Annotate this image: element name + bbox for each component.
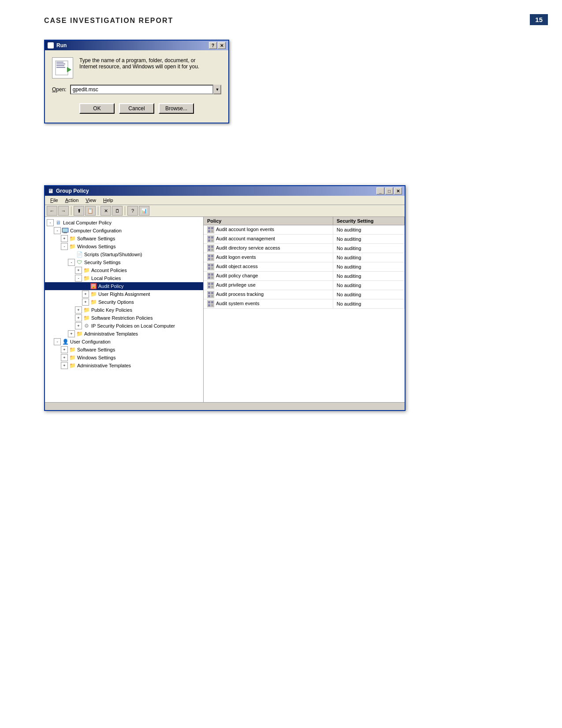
svg-rect-1 xyxy=(56,62,63,63)
expander-security-settings[interactable]: - xyxy=(68,259,75,266)
toolbar-help-button[interactable]: ? xyxy=(127,206,138,216)
svg-rect-45 xyxy=(208,286,210,288)
run-description: Type the name of a program, folder, docu… xyxy=(79,57,199,70)
gp-maximize-button[interactable]: □ xyxy=(385,187,393,194)
expander-admin-templates-cc[interactable]: + xyxy=(68,330,75,337)
svg-rect-28 xyxy=(208,255,210,257)
tree-item-computer-config[interactable]: - Computer Configuration xyxy=(45,227,203,235)
run-dropdown-arrow[interactable]: ▼ xyxy=(213,85,221,94)
expander-sw-settings-uc[interactable]: + xyxy=(61,346,68,353)
expander-security-options[interactable]: + xyxy=(82,299,89,306)
gear-ip-security-icon: ⚙ xyxy=(83,322,90,329)
tree-item-ip-security[interactable]: + ⚙ IP Security Policies on Local Comput… xyxy=(45,322,203,330)
tree-item-root[interactable]: - 🖥 Local Computer Policy xyxy=(45,219,203,227)
tree-item-admin-templates-uc[interactable]: + 📁 Administrative Templates xyxy=(45,362,203,370)
audit-security-setting: No auditing xyxy=(333,281,404,290)
expander-computer-config[interactable]: - xyxy=(54,227,61,234)
audit-policy-name: Audit logon events xyxy=(204,253,333,262)
audit-item-icon xyxy=(207,245,214,252)
expander-windows-settings-uc[interactable]: + xyxy=(61,354,68,361)
tree-item-local-policies[interactable]: - 📁 Local Policies xyxy=(45,274,203,282)
tree-label-windows-settings: Windows Settings xyxy=(77,244,115,249)
tree-item-windows-settings[interactable]: - 📁 Windows Settings xyxy=(45,243,203,250)
expander-windows-settings[interactable]: - xyxy=(61,243,68,250)
run-ok-button[interactable]: OK xyxy=(79,103,115,114)
tree-item-scripts[interactable]: 📄 Scripts (Startup/Shutdown) xyxy=(45,250,203,258)
tree-label-windows-settings-uc: Windows Settings xyxy=(77,355,115,360)
expander-user-rights[interactable]: + xyxy=(82,291,89,298)
expander-public-key[interactable]: + xyxy=(75,306,82,314)
tree-item-public-key[interactable]: + 📁 Public Key Policies xyxy=(45,306,203,314)
table-row[interactable]: Audit privilege useNo auditing xyxy=(204,281,405,290)
svg-rect-50 xyxy=(208,295,210,297)
tree-item-sw-settings-cc[interactable]: + 📁 Software Settings xyxy=(45,235,203,243)
tree-item-admin-templates-cc[interactable]: + 📁 Administrative Templates xyxy=(45,330,203,338)
svg-rect-31 xyxy=(211,258,213,260)
run-help-button[interactable]: ? xyxy=(209,42,217,49)
toolbar-extra-button[interactable]: 📊 xyxy=(139,206,149,216)
tree-item-security-settings[interactable]: - 🛡 Security Settings xyxy=(45,258,203,266)
table-row[interactable]: Audit object accessNo auditing xyxy=(204,262,405,272)
tree-item-sw-restriction[interactable]: + 📁 Software Restriction Policies xyxy=(45,314,203,322)
gp-menu-view[interactable]: View xyxy=(82,197,100,204)
run-close-button[interactable]: ✕ xyxy=(218,42,226,49)
table-row[interactable]: Audit process trackingNo auditing xyxy=(204,290,405,299)
run-browse-button[interactable]: Browse... xyxy=(159,103,194,114)
table-row[interactable]: Audit system eventsNo auditing xyxy=(204,299,405,309)
toolbar-properties-button[interactable]: 🗒 xyxy=(112,206,123,216)
table-row[interactable]: Audit policy changeNo auditing xyxy=(204,272,405,281)
svg-rect-34 xyxy=(211,264,213,266)
tree-label-sw-restriction: Software Restriction Policies xyxy=(91,315,153,321)
tree-item-user-rights[interactable]: + 📁 User Rights Assignment xyxy=(45,290,203,298)
page-scripts-icon: 📄 xyxy=(76,251,83,258)
tree-item-security-options[interactable]: + 📁 Security Options xyxy=(45,298,203,306)
gp-menu-help[interactable]: Help xyxy=(100,197,117,204)
toolbar-copy-button[interactable]: 📋 xyxy=(85,206,96,216)
svg-rect-54 xyxy=(211,301,213,303)
expander-local-policies[interactable]: - xyxy=(75,275,82,282)
gp-window-title: Group Policy xyxy=(56,188,89,194)
toolbar-delete-button[interactable]: ✕ xyxy=(100,206,111,216)
run-icon xyxy=(52,57,73,78)
run-cancel-button[interactable]: Cancel xyxy=(119,103,154,114)
table-row[interactable]: Audit directory service accessNo auditin… xyxy=(204,244,405,253)
tree-item-sw-settings-uc[interactable]: + 📁 Software Settings xyxy=(45,346,203,354)
gp-menu-action[interactable]: Action xyxy=(62,197,82,204)
svg-rect-40 xyxy=(208,276,210,279)
svg-rect-15 xyxy=(208,230,210,232)
expander-user-config[interactable]: - xyxy=(54,338,61,345)
svg-rect-18 xyxy=(208,236,210,239)
folder-user-rights-icon: 📁 xyxy=(90,291,97,298)
toolbar-up-button[interactable]: ⬆ xyxy=(74,206,84,216)
run-open-label: Open: xyxy=(52,86,67,93)
toolbar-forward-button[interactable]: → xyxy=(58,206,69,216)
gp-menu-file[interactable]: File xyxy=(47,197,62,204)
run-open-row: Open: ▼ xyxy=(52,85,221,94)
folder-admin-templates-uc-icon: 📁 xyxy=(69,362,76,369)
gp-close-button[interactable]: ✕ xyxy=(394,187,402,194)
table-row[interactable]: Audit account managementNo auditing xyxy=(204,235,405,244)
gp-toolbar: ← → ⬆ 📋 ✕ 🗒 ? 📊 xyxy=(45,205,405,217)
expander-account-policies[interactable]: + xyxy=(75,267,82,274)
tree-item-audit-policy[interactable]: 🔒 Audit Policy xyxy=(45,282,203,290)
tree-item-account-policies[interactable]: + 📁 Account Policies xyxy=(45,266,203,274)
toolbar-separator-1 xyxy=(71,206,71,215)
gp-right-pane: Policy Security Setting Audit account lo… xyxy=(204,217,405,402)
svg-rect-21 xyxy=(211,239,213,242)
expander-ip-security[interactable]: + xyxy=(75,322,82,329)
tree-item-windows-settings-uc[interactable]: + 📁 Windows Settings xyxy=(45,354,203,362)
tree-item-user-config[interactable]: - 👤 User Configuration xyxy=(45,338,203,346)
table-row[interactable]: Audit logon eventsNo auditing xyxy=(204,253,405,262)
run-open-input[interactable] xyxy=(70,85,213,94)
svg-rect-26 xyxy=(211,249,213,251)
expander-sw-restriction[interactable]: + xyxy=(75,314,82,321)
gp-titlebar: 🖥 Group Policy _ □ ✕ xyxy=(45,186,405,196)
table-row[interactable]: Audit account logon eventsNo auditing xyxy=(204,225,405,235)
svg-rect-36 xyxy=(211,267,213,269)
gp-minimize-button[interactable]: _ xyxy=(376,187,384,194)
toolbar-back-button[interactable]: ← xyxy=(47,206,57,216)
expander-sw-settings-cc[interactable]: + xyxy=(61,235,68,242)
folder-public-key-icon: 📁 xyxy=(83,306,90,314)
expander-admin-templates-uc[interactable]: + xyxy=(61,362,68,369)
expander-root[interactable]: - xyxy=(47,219,54,226)
